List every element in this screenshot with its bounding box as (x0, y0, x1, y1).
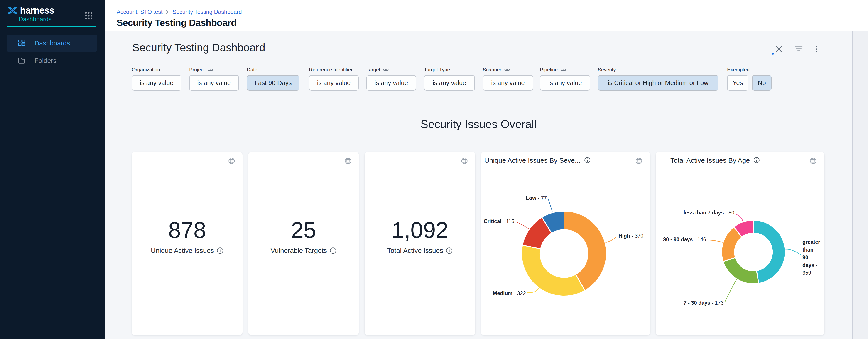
stat-value: 1,092 (365, 219, 475, 241)
header: Account: STO test Security Testing Dashb… (105, 0, 868, 31)
label-leader-line (606, 237, 617, 243)
filter-value-target[interactable]: is any value (366, 75, 416, 91)
link-icon (208, 67, 213, 73)
stat-value: 25 (248, 219, 359, 241)
chart-card-0: Unique Active Issues By Seve... Low - 77… (481, 152, 650, 335)
donut-segment-7---30-days[interactable] (723, 258, 758, 284)
app: harness Dashboards Dashboards Folders Ac… (0, 0, 868, 339)
chart-callout-label-7---30-days: 7 - 30 days - 173 (684, 300, 723, 306)
filter-value-organization[interactable]: is any value (132, 75, 182, 91)
filter-label-target-type: Target Type (424, 67, 450, 73)
chart-card-1: Total Active Issues By Age less than 7 d… (656, 152, 825, 335)
chart-callout-label-low: Low - 77 (526, 195, 547, 201)
donut-segment-greater-than-90-days[interactable] (753, 220, 785, 283)
filter-label-pipeline: Pipeline (540, 67, 566, 73)
filter-icon[interactable] (795, 46, 803, 53)
link-icon (561, 67, 566, 73)
sidebar-divider (7, 26, 96, 27)
filter-label-exempted: Exempted (727, 67, 750, 73)
label-leader-line (527, 288, 539, 293)
chart-callout-label-greater-than-90-days: greater than 90 days -359 (802, 238, 818, 277)
filter-label-organization: Organization (132, 67, 160, 73)
chart-callout-label-critical: Critical - 116 (484, 218, 514, 224)
harness-logo[interactable]: harness (7, 5, 54, 16)
label-leader-line (736, 215, 743, 222)
module-label: Dashboards (19, 16, 52, 23)
label-leader-line (708, 240, 722, 243)
donut-segment-medium[interactable] (522, 245, 585, 296)
filter-value-reference-identifier[interactable]: is any value (309, 75, 359, 91)
stat-label: Vulnerable Targets (248, 247, 359, 254)
filter-value-severity[interactable]: is Critical or High or Medium or Low (598, 75, 718, 91)
sidebar-item-folders[interactable]: Folders (7, 52, 97, 69)
module-grid-icon[interactable] (85, 12, 93, 20)
unsaved-indicator-dot (772, 53, 774, 55)
breadcrumb: Account: STO test Security Testing Dashb… (117, 9, 242, 15)
stat-tile-vulnerable-targets: 25Vulnerable Targets (248, 152, 359, 335)
chart-callout-label-30---90-days: 30 - 90 days - 146 (663, 236, 706, 243)
sidebar-item-label: Folders (34, 57, 57, 64)
folder-icon (18, 57, 25, 64)
sidebar-item-dashboards[interactable]: Dashboards (7, 34, 97, 52)
sidebar-item-label: Dashboards (34, 39, 70, 47)
brand-text: harness (20, 5, 54, 16)
breadcrumb-page-link[interactable]: Security Testing Dashboard (173, 9, 242, 15)
section-title: Security Issues Overall (105, 118, 852, 131)
filter-label-scanner: Scanner (483, 67, 510, 73)
dashboards-icon (18, 39, 25, 47)
filter-value-target-type[interactable]: is any value (424, 75, 475, 91)
breadcrumb-account-link[interactable]: Account: STO test (117, 9, 162, 15)
clear-cache-icon[interactable] (775, 45, 783, 53)
info-icon[interactable] (217, 247, 223, 254)
filter-value-pipeline[interactable]: is any value (540, 75, 590, 91)
label-leader-line (516, 222, 529, 229)
stat-label: Total Active Issues (365, 247, 475, 254)
chart-callout-label-high: High - 370 (618, 233, 643, 239)
stat-tile-unique-active-issues: 878Unique Active Issues (132, 152, 243, 335)
chevron-right-icon (166, 9, 169, 15)
exempted-yes-button[interactable]: Yes (727, 75, 748, 91)
panel-right-gutter (852, 31, 868, 339)
more-options-icon[interactable] (815, 46, 818, 53)
filter-label-severity: Severity (598, 67, 616, 73)
link-icon (383, 67, 389, 73)
filter-label-reference-identifier: Reference Identifier (309, 67, 352, 73)
filter-label-project: Project (189, 67, 213, 73)
info-icon[interactable] (446, 247, 453, 254)
link-icon (504, 67, 510, 73)
stat-tile-total-active-issues: 1,092Total Active Issues (365, 152, 475, 335)
label-leader-line (548, 199, 552, 212)
globe-icon[interactable] (345, 158, 351, 164)
stat-label: Unique Active Issues (132, 247, 243, 254)
filter-label-date: Date (247, 67, 257, 73)
filter-value-date[interactable]: Last 90 Days (247, 75, 300, 91)
chart-callout-label-less-than-7-days: less than 7 days - 80 (684, 210, 734, 216)
label-leader-line (786, 249, 801, 255)
main-content: Security Testing Dashboard Organizationi… (105, 31, 868, 339)
harness-logo-icon (7, 5, 18, 16)
label-leader-line (725, 280, 737, 302)
filter-value-project[interactable]: is any value (189, 75, 239, 91)
dashboard-title: Security Testing Dashboard (132, 41, 265, 54)
exempted-no-button[interactable]: No (752, 75, 772, 91)
filter-value-scanner[interactable]: is any value (483, 75, 533, 91)
globe-icon[interactable] (228, 158, 235, 164)
info-icon[interactable] (330, 247, 336, 254)
filter-label-target: Target (366, 67, 389, 73)
sidebar: harness Dashboards Dashboards Folders (0, 0, 105, 339)
page-title: Security Testing Dashboard (117, 18, 237, 28)
chart-callout-label-medium: Medium - 322 (493, 290, 526, 296)
stat-value: 878 (132, 219, 243, 241)
globe-icon[interactable] (461, 158, 468, 164)
